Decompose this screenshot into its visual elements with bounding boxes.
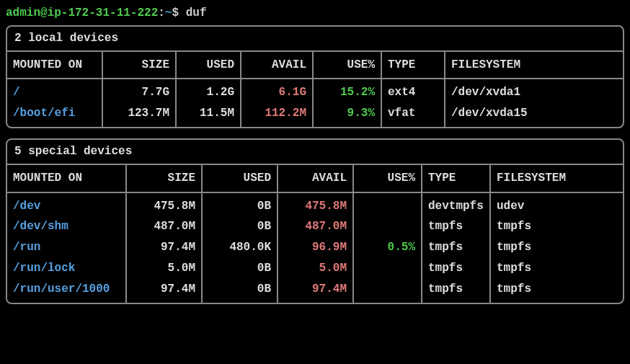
cell-size: 123.7M	[102, 103, 176, 127]
prompt-colon: :	[158, 6, 165, 19]
col-use-pct: USE%	[353, 165, 422, 192]
cell-fs: tmpfs	[490, 216, 623, 237]
col-avail: AVAIL	[241, 52, 313, 79]
cell-type: tmpfs	[422, 258, 490, 279]
table-header-row: MOUNTED ON SIZE USED AVAIL USE% TYPE FIL…	[7, 165, 623, 192]
special-devices-panel: 5 special devices MOUNTED ON SIZE USED A…	[6, 138, 624, 304]
col-type: TYPE	[422, 165, 490, 192]
cell-size: 475.8M	[126, 192, 202, 217]
col-mounted-on: MOUNTED ON	[7, 52, 102, 79]
col-filesystem: FILESYSTEM	[490, 165, 623, 192]
cell-use: 0.5%	[353, 237, 422, 258]
prompt-path: ~	[165, 6, 172, 19]
col-used: USED	[202, 165, 278, 192]
special-devices-table: MOUNTED ON SIZE USED AVAIL USE% TYPE FIL…	[7, 165, 623, 303]
cell-mount: /dev	[7, 192, 126, 217]
table-row: /run 97.4M 480.0K 96.9M 0.5% tmpfs tmpfs	[7, 237, 623, 258]
cell-used: 480.0K	[202, 237, 278, 258]
cell-use	[353, 192, 422, 217]
cell-fs: tmpfs	[490, 237, 623, 258]
cell-size: 487.0M	[126, 216, 202, 237]
cell-fs: tmpfs	[490, 258, 623, 279]
command: duf	[186, 6, 207, 19]
table-row: /boot/efi 123.7M 11.5M 112.2M 9.3% vfat …	[7, 103, 623, 127]
prompt-dollar: $	[172, 6, 179, 19]
cell-mount: /	[7, 79, 102, 103]
table-row: /dev 475.8M 0B 475.8M devtmpfs udev	[7, 192, 623, 217]
cell-mount: /run/lock	[7, 258, 126, 279]
prompt-line: admin@ip-172-31-11-222:~$ duf	[6, 6, 624, 21]
cell-avail: 6.1G	[241, 79, 313, 103]
cell-mount: /run/user/1000	[7, 279, 126, 303]
col-filesystem: FILESYSTEM	[445, 52, 623, 79]
table-row: /dev/shm 487.0M 0B 487.0M tmpfs tmpfs	[7, 216, 623, 237]
col-type: TYPE	[381, 52, 445, 79]
cell-type: vfat	[381, 103, 445, 127]
prompt-user-host: admin@ip-172-31-11-222	[6, 6, 158, 19]
cell-avail: 475.8M	[278, 192, 353, 217]
cell-size: 97.4M	[126, 237, 202, 258]
col-mounted-on: MOUNTED ON	[7, 165, 126, 192]
col-use-pct: USE%	[313, 52, 381, 79]
cell-mount: /dev/shm	[7, 216, 126, 237]
cell-avail: 97.4M	[278, 279, 353, 303]
cell-use: 9.3%	[313, 103, 381, 127]
cell-type: tmpfs	[422, 279, 490, 303]
local-devices-panel: 2 local devices MOUNTED ON SIZE USED AVA…	[6, 25, 624, 128]
cell-fs: tmpfs	[490, 279, 623, 303]
cell-size: 5.0M	[126, 258, 202, 279]
panel-title: 2 local devices	[7, 27, 623, 50]
cell-use: 15.2%	[313, 79, 381, 103]
cell-use	[353, 216, 422, 237]
cell-type: ext4	[381, 79, 445, 103]
cell-mount: /run	[7, 237, 126, 258]
col-used: USED	[176, 52, 241, 79]
col-avail: AVAIL	[278, 165, 353, 192]
cell-avail: 112.2M	[241, 103, 313, 127]
panel-title: 5 special devices	[7, 140, 623, 164]
cell-avail: 487.0M	[278, 216, 353, 237]
table-row: /run/user/1000 97.4M 0B 97.4M tmpfs tmpf…	[7, 279, 623, 303]
cell-used: 0B	[202, 258, 278, 279]
cell-type: tmpfs	[422, 237, 490, 258]
cell-size: 7.7G	[102, 79, 176, 103]
cell-use	[353, 279, 422, 303]
cell-use	[353, 258, 422, 279]
cell-used: 0B	[202, 192, 278, 217]
cell-fs: udev	[490, 192, 623, 217]
cell-avail: 5.0M	[278, 258, 353, 279]
cell-used: 0B	[202, 279, 278, 303]
cell-fs: /dev/xvda15	[445, 103, 623, 127]
table-row: / 7.7G 1.2G 6.1G 15.2% ext4 /dev/xvda1	[7, 79, 623, 103]
col-size: SIZE	[102, 52, 176, 79]
col-size: SIZE	[126, 165, 202, 192]
cell-type: devtmpfs	[422, 192, 490, 217]
table-header-row: MOUNTED ON SIZE USED AVAIL USE% TYPE FIL…	[7, 52, 623, 79]
cell-used: 1.2G	[176, 79, 241, 103]
table-row: /run/lock 5.0M 0B 5.0M tmpfs tmpfs	[7, 258, 623, 279]
cell-size: 97.4M	[126, 279, 202, 303]
cell-fs: /dev/xvda1	[445, 79, 623, 103]
cell-used: 11.5M	[176, 103, 241, 127]
cell-mount: /boot/efi	[7, 103, 102, 127]
cell-used: 0B	[202, 216, 278, 237]
cell-type: tmpfs	[422, 216, 490, 237]
local-devices-table: MOUNTED ON SIZE USED AVAIL USE% TYPE FIL…	[7, 52, 623, 127]
cell-avail: 96.9M	[278, 237, 353, 258]
